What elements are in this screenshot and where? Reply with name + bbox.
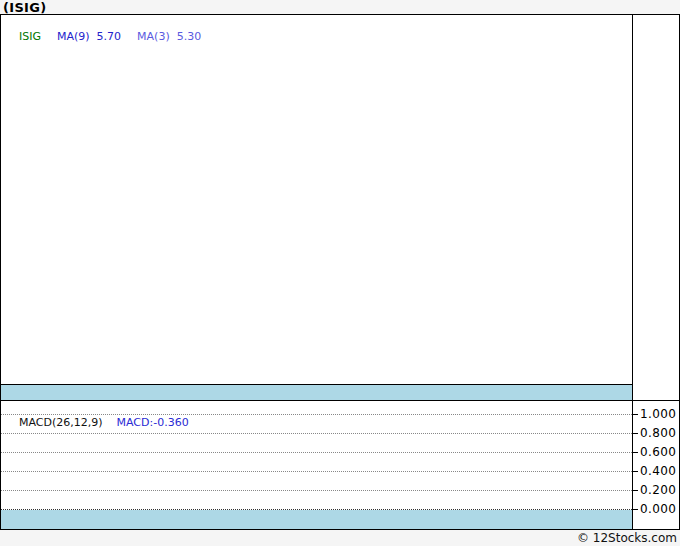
ytick-label-0400: 0.400 (640, 464, 676, 478)
legend-ma3-label: MA(3) 5.30 (137, 30, 201, 43)
ytick-label-0800: 0.800 (640, 426, 676, 440)
ytick-dash (633, 433, 638, 434)
price-legend: ISIGMA(9) 5.70MA(3) 5.30 (5, 17, 217, 56)
ytick-label-0600: 0.600 (640, 445, 676, 459)
bottom-band (1, 510, 632, 529)
ytick-dash (633, 490, 638, 491)
ytick-label-0000: 0.000 (640, 502, 676, 516)
ytick-dash (633, 509, 638, 510)
gridline-0400 (1, 471, 632, 472)
page-title: (ISIG) (3, 0, 46, 15)
gridline-0600 (1, 452, 632, 453)
chart-frame: ISIGMA(9) 5.70MA(3) 5.30 MACD(26,12,9)MA… (0, 14, 680, 530)
ytick-dash (633, 414, 638, 415)
macd-legend: MACD(26,12,9)MACD:-0.360 (5, 403, 203, 442)
ytick-label-0200: 0.200 (640, 483, 676, 497)
separator-band-top (1, 385, 632, 400)
macd-value-label: MACD:-0.360 (117, 416, 189, 429)
gridline-0200 (1, 490, 632, 491)
panel-divider-line (1, 400, 679, 401)
copyright-text: © 12Stocks.com (577, 531, 677, 545)
macd-params-label: MACD(26,12,9) (19, 416, 103, 429)
ytick-label-1000: 1.000 (640, 407, 676, 421)
legend-symbol-label: ISIG (19, 30, 41, 43)
ytick-dash (633, 471, 638, 472)
ytick-dash (633, 452, 638, 453)
gridline-1000 (1, 414, 632, 415)
gridline-0800 (1, 433, 632, 434)
page: { "header": { "title": "(ISIG)" }, "foot… (0, 0, 680, 546)
legend-ma9-label: MA(9) 5.70 (57, 30, 121, 43)
